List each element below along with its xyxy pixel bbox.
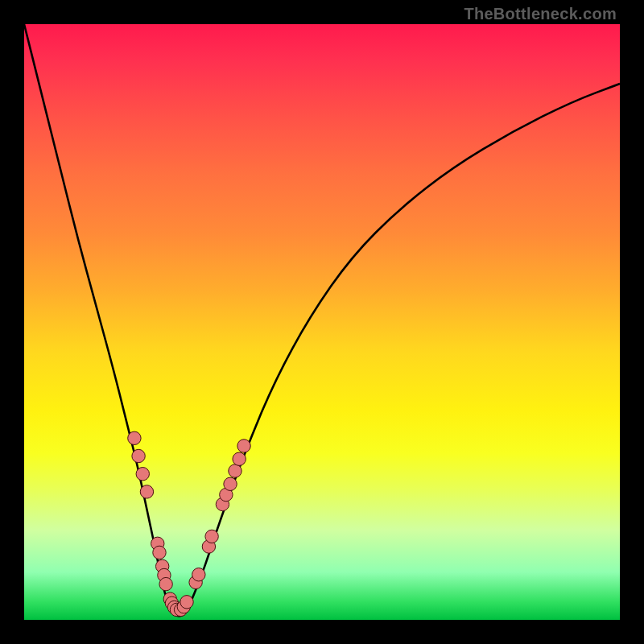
data-marker [153,546,166,559]
data-marker [180,596,193,609]
data-marker [136,468,149,481]
plot-area [24,24,620,620]
data-marker [132,449,145,462]
chart-svg [24,24,620,620]
data-marker [237,440,250,452]
data-marker [205,530,218,543]
data-marker [140,485,153,498]
data-marker [229,464,242,477]
data-markers [128,431,251,617]
watermark-text: TheBottleneck.com [464,5,617,23]
data-marker [159,577,172,590]
data-marker [128,431,141,444]
bottleneck-curve [24,24,620,616]
data-marker [192,568,205,581]
data-marker [233,452,246,465]
data-marker [224,477,237,490]
chart-frame: TheBottleneck.com [0,0,644,644]
